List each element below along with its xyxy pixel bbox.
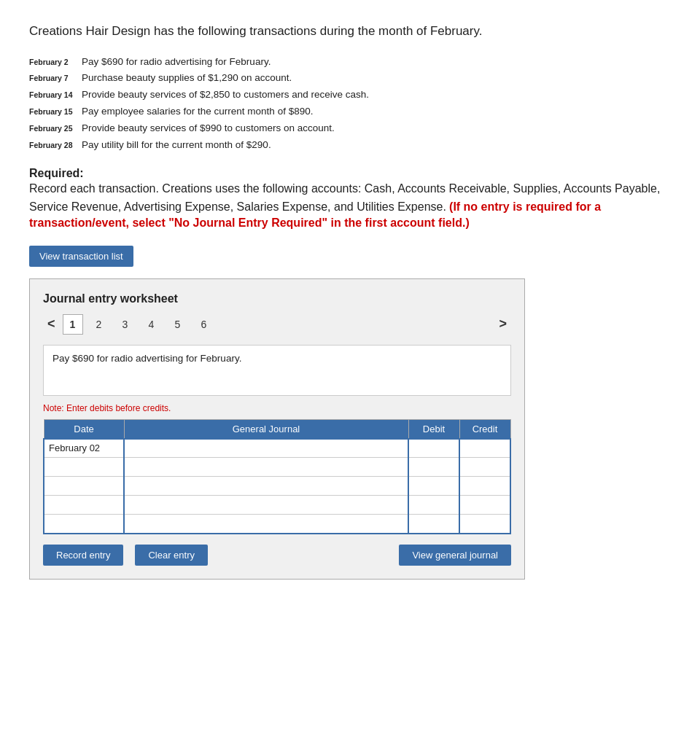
trans-desc-2: Purchase beauty supplies of $1,290 on ac… (82, 70, 292, 87)
row3-credit[interactable] (459, 477, 510, 496)
row2-gj[interactable] (124, 458, 408, 477)
table-row (44, 515, 510, 534)
row4-date (44, 496, 124, 515)
list-item: February 7 Purchase beauty supplies of $… (29, 70, 671, 87)
required-label: Required: (29, 167, 84, 179)
view-general-journal-button[interactable]: View general journal (399, 545, 511, 566)
row3-credit-input[interactable] (460, 477, 510, 495)
row1-debit[interactable] (408, 439, 459, 458)
row5-debit[interactable] (408, 515, 459, 534)
trans-desc-6: Pay utility bill for the current month o… (82, 137, 271, 154)
trans-date-1: February 2 (29, 56, 82, 69)
trans-desc-1: Pay $690 for radio advertising for Febru… (82, 54, 271, 71)
row5-gj-input[interactable] (125, 515, 408, 533)
col-header-debit: Debit (408, 419, 459, 439)
table-row (44, 458, 510, 477)
row1-gj[interactable] (124, 439, 408, 458)
trans-date-3: February 14 (29, 89, 82, 102)
tab-4[interactable]: 4 (141, 314, 162, 335)
row1-gj-input[interactable] (125, 440, 408, 458)
trans-date-4: February 15 (29, 106, 82, 119)
row2-credit-input[interactable] (460, 458, 510, 476)
row5-date (44, 515, 124, 534)
trans-desc-4: Pay employee salaries for the current mo… (82, 104, 313, 120)
worksheet-title: Journal entry worksheet (43, 292, 511, 305)
trans-date-2: February 7 (29, 72, 82, 85)
row5-credit-input[interactable] (460, 515, 510, 533)
record-entry-button[interactable]: Record entry (43, 545, 123, 566)
required-section: Required: Record each transaction. Creat… (29, 167, 671, 230)
trans-date-6: February 28 (29, 139, 82, 152)
row5-credit[interactable] (459, 515, 510, 534)
row4-debit[interactable] (408, 496, 459, 515)
row2-gj-input[interactable] (125, 458, 408, 476)
row4-credit-input[interactable] (460, 496, 510, 514)
row3-gj[interactable] (124, 477, 408, 496)
row2-date (44, 458, 124, 477)
prev-tab-button[interactable]: < (43, 315, 60, 333)
tab-2[interactable]: 2 (89, 314, 109, 335)
debit-credit-note: Note: Enter debits before credits. (43, 403, 511, 413)
tab-6[interactable]: 6 (194, 314, 214, 335)
worksheet-container: Journal entry worksheet < 1 2 3 4 5 6 > … (29, 278, 525, 580)
list-item: February 15 Pay employee salaries for th… (29, 104, 671, 120)
row2-debit[interactable] (408, 458, 459, 477)
row3-debit[interactable] (408, 477, 459, 496)
table-row (44, 496, 510, 515)
row2-debit-input[interactable] (409, 458, 459, 476)
row5-debit-input[interactable] (409, 515, 459, 533)
table-row (44, 477, 510, 496)
intro-text: Creations Hair Design has the following … (29, 22, 671, 41)
row1-date: February 02 (44, 439, 124, 458)
row3-gj-input[interactable] (125, 477, 408, 495)
col-header-gj: General Journal (124, 419, 408, 439)
row2-credit[interactable] (459, 458, 510, 477)
tab-1[interactable]: 1 (63, 314, 83, 335)
row4-gj-input[interactable] (125, 496, 408, 514)
trans-date-5: February 25 (29, 122, 82, 136)
row4-credit[interactable] (459, 496, 510, 515)
col-header-date: Date (44, 419, 124, 439)
trans-desc-3: Provide beauty services of $2,850 to cus… (82, 87, 369, 104)
list-item: February 25 Provide beauty services of $… (29, 120, 671, 137)
next-tab-button[interactable]: > (494, 315, 511, 333)
tab-3[interactable]: 3 (115, 314, 136, 335)
trans-desc-5: Provide beauty services of $990 to custo… (82, 120, 335, 137)
transactions-list: February 2 Pay $690 for radio advertisin… (29, 54, 671, 155)
action-buttons: Record entry Clear entry View general jo… (43, 545, 511, 566)
list-item: February 2 Pay $690 for radio advertisin… (29, 54, 671, 71)
tab-5[interactable]: 5 (168, 314, 188, 335)
row5-gj[interactable] (124, 515, 408, 534)
col-header-credit: Credit (459, 419, 510, 439)
transaction-description: Pay $690 for radio advertising for Febru… (43, 345, 511, 396)
row3-date (44, 477, 124, 496)
row1-credit[interactable] (459, 439, 510, 458)
table-row: February 02 (44, 439, 510, 458)
row1-debit-input[interactable] (409, 440, 459, 458)
tab-navigation: < 1 2 3 4 5 6 > (43, 314, 511, 335)
journal-table: Date General Journal Debit Credit Februa… (43, 419, 511, 534)
row3-debit-input[interactable] (409, 477, 459, 495)
list-item: February 28 Pay utility bill for the cur… (29, 137, 671, 154)
clear-entry-button[interactable]: Clear entry (135, 545, 208, 566)
list-item: February 14 Provide beauty services of $… (29, 87, 671, 104)
row4-debit-input[interactable] (409, 496, 459, 514)
view-transaction-button[interactable]: View transaction list (29, 246, 133, 267)
row1-credit-input[interactable] (460, 440, 510, 458)
row4-gj[interactable] (124, 496, 408, 515)
